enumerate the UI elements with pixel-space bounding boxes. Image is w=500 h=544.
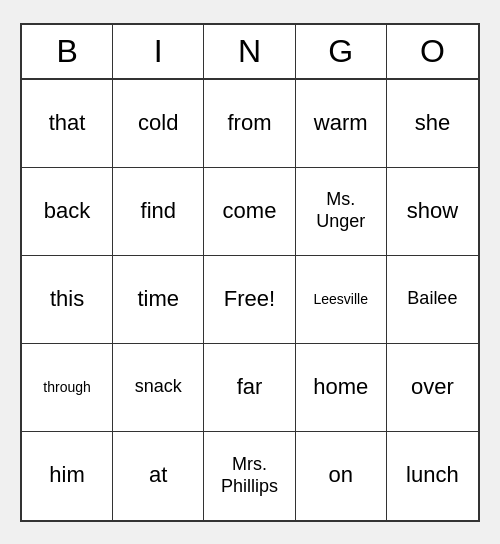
header-letter-o: O — [387, 25, 478, 78]
bingo-grid: thatcoldfromwarmshebackfindcomeMs.Ungers… — [22, 80, 478, 520]
bingo-cell-r3-c0[interactable]: through — [22, 344, 113, 432]
bingo-cell-r0-c3[interactable]: warm — [296, 80, 387, 168]
bingo-cell-r0-c2[interactable]: from — [204, 80, 295, 168]
bingo-cell-r3-c3[interactable]: home — [296, 344, 387, 432]
header-letter-g: G — [296, 25, 387, 78]
bingo-cell-r2-c2[interactable]: Free! — [204, 256, 295, 344]
bingo-cell-r2-c1[interactable]: time — [113, 256, 204, 344]
bingo-cell-r4-c3[interactable]: on — [296, 432, 387, 520]
bingo-cell-r1-c4[interactable]: show — [387, 168, 478, 256]
bingo-cell-r4-c0[interactable]: him — [22, 432, 113, 520]
bingo-cell-r2-c3[interactable]: Leesville — [296, 256, 387, 344]
bingo-cell-r3-c1[interactable]: snack — [113, 344, 204, 432]
bingo-cell-r1-c3[interactable]: Ms.Unger — [296, 168, 387, 256]
bingo-cell-r3-c2[interactable]: far — [204, 344, 295, 432]
bingo-cell-r0-c1[interactable]: cold — [113, 80, 204, 168]
bingo-card: BINGO thatcoldfromwarmshebackfindcomeMs.… — [20, 23, 480, 522]
bingo-cell-r3-c4[interactable]: over — [387, 344, 478, 432]
bingo-cell-r2-c4[interactable]: Bailee — [387, 256, 478, 344]
bingo-cell-r0-c0[interactable]: that — [22, 80, 113, 168]
bingo-cell-r2-c0[interactable]: this — [22, 256, 113, 344]
bingo-cell-r1-c2[interactable]: come — [204, 168, 295, 256]
header-letter-n: N — [204, 25, 295, 78]
bingo-cell-r4-c2[interactable]: Mrs.Phillips — [204, 432, 295, 520]
header-letter-i: I — [113, 25, 204, 78]
bingo-cell-r4-c4[interactable]: lunch — [387, 432, 478, 520]
bingo-cell-r4-c1[interactable]: at — [113, 432, 204, 520]
bingo-cell-r0-c4[interactable]: she — [387, 80, 478, 168]
header-letter-b: B — [22, 25, 113, 78]
bingo-header: BINGO — [22, 25, 478, 80]
bingo-cell-r1-c0[interactable]: back — [22, 168, 113, 256]
bingo-cell-r1-c1[interactable]: find — [113, 168, 204, 256]
